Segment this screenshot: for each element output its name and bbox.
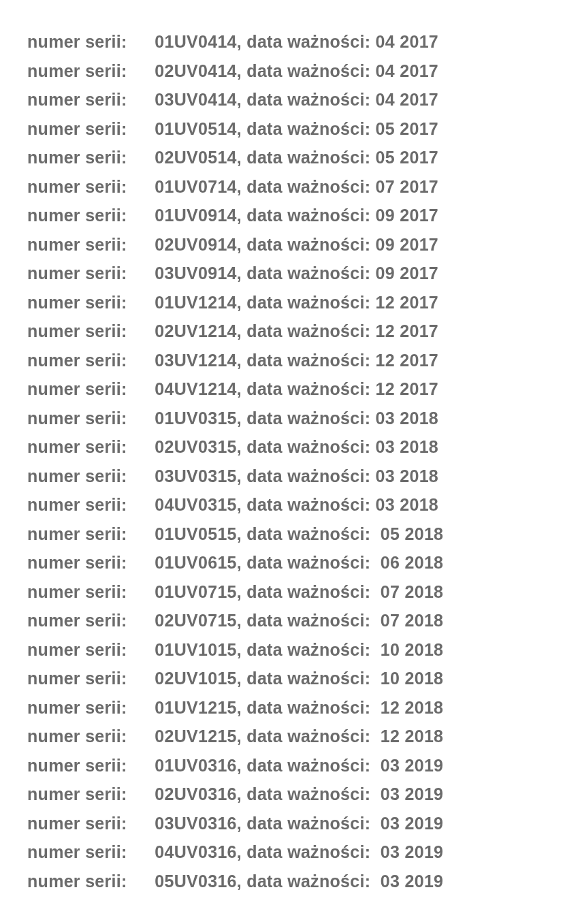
serial-number: 05UV0316 [155,872,237,891]
label-numer-serii: numer serii: [27,780,150,809]
label-numer-serii: numer serii: [27,606,150,635]
spacer [370,814,381,833]
batch-row: numer serii: 01UV0615, data ważności: 06… [27,548,553,577]
expiry-date: 05 2017 [376,119,438,138]
serial-number: 02UV0316 [155,784,237,803]
label-numer-serii: numer serii: [27,520,150,549]
serial-number: 01UV1215 [155,698,237,717]
serial-number: 02UV0715 [155,611,237,630]
label-data-waznosci: data ważności: [246,756,370,775]
expiry-date: 10 2018 [381,669,443,688]
label-numer-serii: numer serii: [27,27,150,57]
serial-number: 01UV1015 [155,640,237,659]
label-numer-serii: numer serii: [27,259,150,288]
serial-number: 01UV0714 [155,177,237,196]
label-data-waznosci: data ważności: [246,466,370,485]
serial-number: 02UV1015 [155,669,237,688]
serial-number: 03UV0315 [155,466,237,485]
label-numer-serii: numer serii: [27,201,150,230]
label-data-waznosci: data ważności: [246,640,370,659]
spacer [370,61,375,80]
serial-number: 02UV0514 [155,148,237,167]
batch-row: numer serii: 01UV0414, data ważności: 04… [27,27,553,57]
batch-row: numer serii: 02UV0316, data ważności: 03… [27,780,553,809]
label-data-waznosci: data ważności: [246,235,370,254]
spacer [370,842,381,861]
batch-row: numer serii: 01UV0715, data ważności: 07… [27,577,553,607]
label-numer-serii: numer serii: [27,85,150,114]
serial-number: 03UV0316 [155,814,237,833]
label-numer-serii: numer serii: [27,317,150,346]
expiry-date: 03 2019 [381,756,443,775]
serial-number: 01UV0315 [155,409,237,428]
batch-row: numer serii: 03UV0414, data ważności: 04… [27,85,553,114]
spacer [370,437,375,456]
label-data-waznosci: data ważności: [246,495,370,514]
label-numer-serii: numer serii: [27,114,150,144]
expiry-date: 05 2018 [381,524,443,543]
batch-row: numer serii: 01UV1215, data ważności: 12… [27,693,553,722]
spacer [370,119,375,138]
label-data-waznosci: data ważności: [246,814,370,833]
expiry-date: 07 2017 [376,177,438,196]
label-data-waznosci: data ważności: [246,524,370,543]
batch-row: numer serii: 02UV0414, data ważności: 04… [27,57,553,86]
spacer [370,409,375,428]
batch-row: numer serii: 01UV0515, data ważności: 05… [27,520,553,549]
spacer [370,698,381,717]
label-data-waznosci: data ważności: [246,379,370,398]
spacer [370,756,381,775]
batch-row: numer serii: 02UV0514, data ważności: 05… [27,143,553,172]
label-numer-serii: numer serii: [27,143,150,172]
serial-number: 03UV1214 [155,351,237,370]
label-data-waznosci: data ważności: [246,321,370,340]
expiry-date: 03 2019 [381,842,443,861]
batch-row: numer serii: 01UV1015, data ważności: 10… [27,635,553,665]
label-numer-serii: numer serii: [27,664,150,693]
label-data-waznosci: data ważności: [246,872,370,891]
spacer [370,206,375,225]
label-numer-serii: numer serii: [27,577,150,607]
label-numer-serii: numer serii: [27,693,150,722]
expiry-date: 12 2018 [381,727,443,746]
expiry-date: 09 2017 [376,206,438,225]
label-data-waznosci: data ważności: [246,351,370,370]
serial-number: 02UV0914 [155,235,237,254]
spacer [370,872,381,891]
expiry-date: 06 2018 [381,553,443,572]
batch-row: numer serii: 02UV1214, data ważności: 12… [27,317,553,346]
expiry-date: 09 2017 [376,235,438,254]
spacer [370,351,375,370]
serial-number: 01UV0715 [155,582,237,601]
spacer [370,379,375,398]
batch-row: numer serii: 04UV1214, data ważności: 12… [27,375,553,404]
label-data-waznosci: data ważności: [246,264,370,283]
expiry-date: 04 2017 [376,61,438,80]
expiry-date: 03 2019 [381,814,443,833]
label-numer-serii: numer serii: [27,722,150,751]
label-data-waznosci: data ważności: [246,61,370,80]
batch-row: numer serii: 04UV0315, data ważności: 03… [27,490,553,520]
expiry-date: 07 2018 [381,582,443,601]
serial-number: 01UV0316 [155,756,237,775]
expiry-date: 12 2017 [376,351,438,370]
serial-number: 04UV0315 [155,495,237,514]
label-numer-serii: numer serii: [27,375,150,404]
expiry-date: 12 2018 [381,698,443,717]
label-data-waznosci: data ważności: [246,32,370,51]
batch-row: numer serii: 03UV0914, data ważności: 09… [27,259,553,288]
label-numer-serii: numer serii: [27,230,150,259]
label-data-waznosci: data ważności: [246,784,370,803]
expiry-date: 05 2017 [376,148,438,167]
label-numer-serii: numer serii: [27,490,150,520]
batch-row: numer serii: 03UV1214, data ważności: 12… [27,346,553,375]
spacer [370,235,375,254]
label-numer-serii: numer serii: [27,57,150,86]
serial-number: 02UV1214 [155,321,237,340]
batch-row: numer serii: 02UV0315, data ważności: 03… [27,432,553,462]
serial-number: 04UV0316 [155,842,237,861]
expiry-date: 03 2018 [376,409,438,428]
spacer [370,669,381,688]
spacer [370,293,375,312]
serial-number: 01UV0514 [155,119,237,138]
